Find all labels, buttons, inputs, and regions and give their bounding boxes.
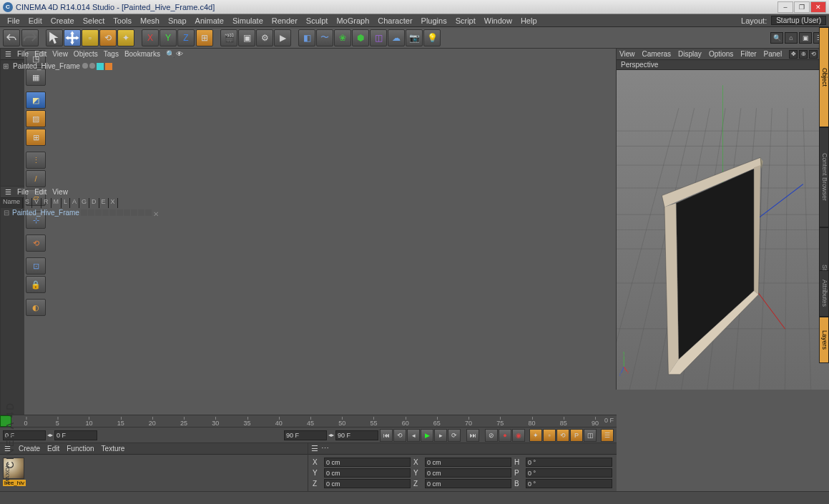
om-bookmarks[interactable]: Bookmarks	[124, 50, 160, 58]
vtab-layers[interactable]: Layers	[819, 317, 829, 363]
attr-item-name[interactable]: Painted_Hive_Frame	[12, 209, 79, 217]
mm-function[interactable]: Function	[67, 445, 94, 453]
hdr-a[interactable]: A	[70, 198, 79, 208]
next-frame[interactable]: ▸	[434, 429, 447, 442]
render-region[interactable]: ▣	[238, 29, 255, 46]
prev-key[interactable]: ⟲	[393, 429, 406, 442]
axis-z-lock[interactable]: Z	[177, 29, 195, 46]
attr-x-icon[interactable]: ✕	[153, 210, 159, 216]
menu-create[interactable]: Create	[46, 16, 79, 25]
hdr-e[interactable]: E	[99, 198, 109, 208]
next-key[interactable]: ⟳	[448, 429, 461, 442]
pos-y-input[interactable]	[324, 468, 411, 478]
om-search-icon[interactable]: 🔍	[166, 50, 175, 58]
a5[interactable]	[109, 209, 116, 216]
om-eye-icon[interactable]: 👁	[176, 50, 183, 58]
deformer-tool[interactable]: ◫	[370, 29, 387, 46]
expand-icon[interactable]: ⊞	[3, 62, 9, 70]
a1[interactable]	[81, 209, 87, 216]
pos-x-input[interactable]	[324, 458, 411, 467]
scale-tool[interactable]: ▫	[82, 29, 99, 46]
axis-x-lock[interactable]: X	[142, 29, 159, 46]
mm-texture[interactable]: Texture	[102, 445, 125, 453]
rot-h-input[interactable]	[526, 458, 612, 467]
coord-system[interactable]: ⊞	[196, 29, 213, 46]
size-y-input[interactable]	[425, 468, 511, 478]
texture-mode[interactable]: ▨	[26, 110, 46, 127]
render-view[interactable]: 🎬	[220, 29, 237, 46]
workplane-mode[interactable]: ⊞	[26, 129, 46, 146]
move-tool[interactable]	[64, 29, 81, 46]
model-tool[interactable]: ◩	[26, 92, 46, 109]
tag-2[interactable]	[105, 63, 112, 70]
hdr-d[interactable]: D	[89, 198, 99, 208]
vis-render-dot[interactable]	[89, 63, 95, 69]
rotate-tool[interactable]: ⟲	[99, 29, 117, 46]
timeline-ruler[interactable]: 051015202530354045505560657075808590 0 F	[0, 415, 617, 428]
a8[interactable]	[131, 209, 137, 216]
rot-p-input[interactable]	[526, 468, 612, 478]
vtab-attributes[interactable]: Attributes	[819, 270, 829, 317]
size-z-input[interactable]	[425, 479, 511, 488]
autokey[interactable]: ◉	[512, 429, 525, 442]
om-objects[interactable]: Objects	[74, 50, 98, 58]
am-view[interactable]: View	[52, 188, 68, 196]
record-disable[interactable]: ⊘	[485, 429, 498, 442]
rot-b-input[interactable]	[526, 479, 612, 488]
am-file[interactable]: File	[17, 188, 29, 196]
hdr-s[interactable]: S	[23, 198, 32, 208]
object-row[interactable]: ⊞ Painted_Hive_Frame	[2, 61, 23, 71]
menu-tools[interactable]: Tools	[109, 16, 136, 25]
attr-list[interactable]: ⊟ Painted_Hive_Frame ✕	[1, 208, 24, 415]
mm-edit[interactable]: Edit	[47, 445, 59, 453]
minimize-button[interactable]: –	[778, 1, 793, 13]
recent-tool[interactable]: ✦	[117, 29, 134, 46]
hdr-l[interactable]: L	[62, 198, 70, 208]
menu-render[interactable]: Render	[268, 16, 302, 25]
goto-start[interactable]: ⏮	[380, 429, 393, 442]
close-button[interactable]: ✕	[810, 1, 826, 13]
menu-edit[interactable]: Edit	[24, 16, 46, 25]
render-pv[interactable]: ▶	[274, 29, 291, 46]
key-pos[interactable]: ✦	[529, 429, 542, 442]
hdr-x[interactable]: X	[109, 198, 118, 208]
vtab-object[interactable]: Object	[819, 27, 829, 127]
vp-nav-2[interactable]: ⊕	[799, 50, 808, 59]
vmenu-panel[interactable]: Panel	[764, 50, 783, 58]
menu-file[interactable]: File	[3, 16, 24, 25]
vp-nav-1[interactable]: ✥	[789, 50, 798, 59]
am-edit[interactable]: Edit	[34, 188, 46, 196]
axis-y-lock[interactable]: Y	[160, 29, 177, 46]
camera-tool[interactable]: 📷	[406, 29, 423, 46]
snap-enable[interactable]: ⊡	[26, 257, 46, 275]
vmenu-view[interactable]: View	[619, 50, 635, 58]
redo-button[interactable]	[21, 29, 39, 46]
om-edit[interactable]: Edit	[34, 50, 46, 58]
viewport-3d[interactable]: x y z	[617, 70, 829, 390]
vmenu-filter[interactable]: Filter	[740, 50, 756, 58]
size-x-input[interactable]	[425, 458, 511, 467]
vmenu-options[interactable]: Options	[709, 50, 733, 58]
key-param[interactable]: P	[570, 429, 583, 442]
generator2-tool[interactable]: ⬢	[352, 29, 369, 46]
generator-tool[interactable]: ❀	[334, 29, 351, 46]
vis-editor-dot[interactable]	[82, 63, 88, 69]
select-tool[interactable]	[46, 29, 63, 46]
pos-z-input[interactable]	[324, 479, 411, 488]
key-rot[interactable]: ⟲	[556, 429, 569, 442]
end-frame-input[interactable]	[54, 430, 97, 440]
mgr-1[interactable]: 🔍	[770, 32, 783, 44]
a9[interactable]	[138, 209, 144, 216]
hdr-name[interactable]: Name	[1, 198, 23, 208]
hdr-r[interactable]: R	[41, 198, 51, 208]
a6[interactable]	[117, 209, 123, 216]
edge-mode[interactable]: /	[26, 170, 46, 187]
object-name[interactable]: Painted_Hive_Frame	[13, 62, 80, 70]
menu-mesh[interactable]: Mesh	[136, 16, 164, 25]
record-key[interactable]: ●	[499, 429, 511, 442]
menu-character[interactable]: Character	[373, 16, 416, 25]
hdr-g[interactable]: G	[79, 198, 89, 208]
workplane[interactable]: ◐	[26, 299, 46, 316]
range-b-input[interactable]	[335, 430, 378, 440]
menu-select[interactable]: Select	[79, 16, 109, 25]
